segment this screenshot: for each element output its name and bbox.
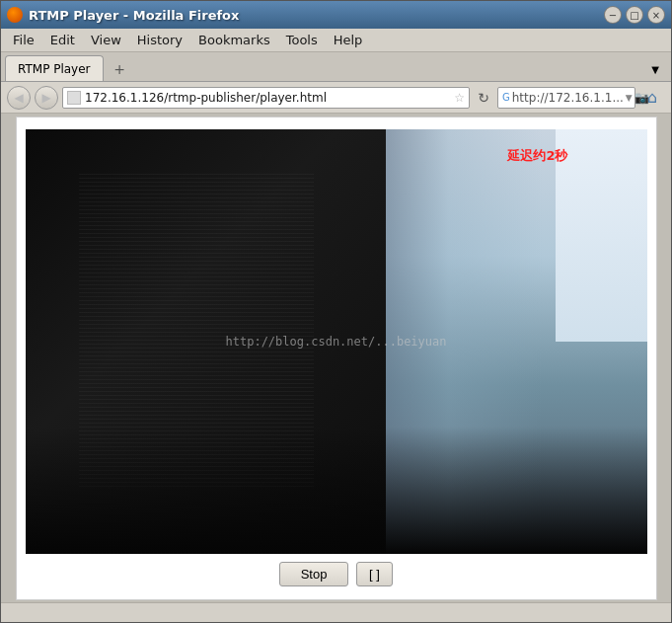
home-button[interactable]: ⌂	[639, 85, 665, 111]
video-watermark: http://blog.csdn.net/...beiyuan	[226, 335, 447, 349]
firefox-icon	[7, 7, 23, 23]
search-dropdown-icon[interactable]: ▼	[626, 93, 633, 103]
stop-button[interactable]: Stop	[279, 562, 348, 586]
title-bar: RTMP Player - Mozilla Firefox − □ ×	[1, 1, 671, 29]
new-tab-button[interactable]: +	[108, 57, 131, 81]
menu-bookmarks[interactable]: Bookmarks	[190, 31, 278, 49]
tab-label: RTMP Player	[18, 62, 91, 76]
tab-bar: RTMP Player + ▼	[1, 52, 671, 82]
address-bar: ◀ ▶ 172.16.1.126/rtmp-publisher/player.h…	[1, 82, 671, 114]
title-bar-left: RTMP Player - Mozilla Firefox	[7, 7, 239, 23]
search-bar[interactable]: G http://172.16.1.1... ▼ 📷	[497, 87, 635, 109]
tab-rtmp-player[interactable]: RTMP Player	[5, 55, 104, 81]
bookmark-star-icon[interactable]: ☆	[454, 91, 465, 105]
menu-view[interactable]: View	[83, 31, 129, 49]
window-title: RTMP Player - Mozilla Firefox	[29, 8, 239, 23]
brackets-button[interactable]: [ ]	[356, 562, 393, 586]
back-button[interactable]: ◀	[7, 86, 31, 110]
minimize-button[interactable]: −	[604, 6, 622, 24]
forward-button[interactable]: ▶	[35, 86, 58, 110]
menu-history[interactable]: History	[129, 31, 190, 49]
player-controls: Stop [ ]	[29, 562, 644, 587]
refresh-button[interactable]: ↻	[474, 88, 493, 108]
page-icon	[67, 91, 81, 105]
search-engine-icon: G	[502, 92, 510, 103]
title-buttons: − □ ×	[604, 6, 665, 24]
player-container: http://blog.csdn.net/...beiyuan 延迟约2秒 St…	[16, 117, 657, 600]
video-bottom-fade	[26, 427, 647, 554]
menu-help[interactable]: Help	[326, 31, 371, 49]
status-bar	[1, 602, 671, 622]
url-display: 172.16.1.126/rtmp-publisher/player.html	[85, 91, 450, 105]
delay-text: 延迟约2秒	[507, 147, 567, 165]
menu-bar: File Edit View History Bookmarks Tools H…	[1, 29, 671, 52]
browser-window: RTMP Player - Mozilla Firefox − □ × File…	[0, 0, 672, 623]
tab-dropdown-button[interactable]: ▼	[643, 57, 667, 81]
close-button[interactable]: ×	[647, 6, 665, 24]
menu-file[interactable]: File	[5, 31, 42, 49]
address-input-wrap[interactable]: 172.16.1.126/rtmp-publisher/player.html …	[62, 87, 470, 109]
video-display: http://blog.csdn.net/...beiyuan 延迟约2秒	[26, 129, 647, 554]
restore-button[interactable]: □	[626, 6, 643, 24]
menu-tools[interactable]: Tools	[278, 31, 326, 49]
search-url-text: http://172.16.1.1...	[512, 91, 624, 105]
menu-edit[interactable]: Edit	[42, 31, 83, 49]
page-content: http://blog.csdn.net/...beiyuan 延迟约2秒 St…	[1, 114, 671, 602]
